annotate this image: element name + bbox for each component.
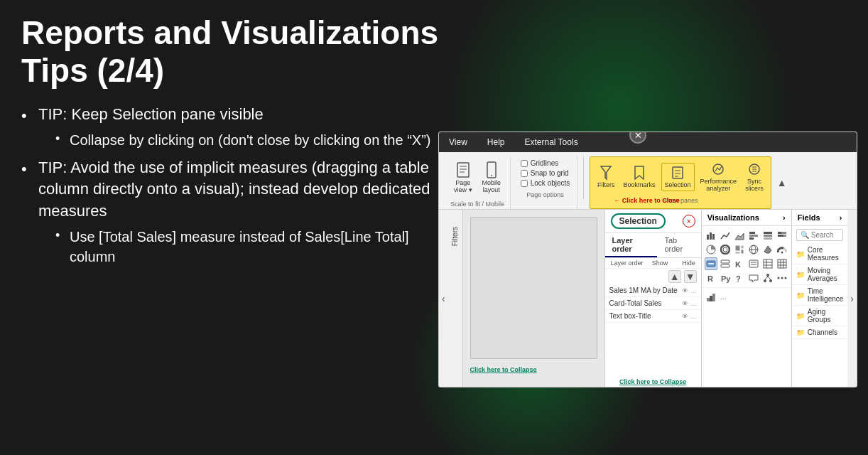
fields-group-moving-averages[interactable]: 📁 Moving Averages bbox=[792, 264, 848, 285]
snap-to-grid-checkbox[interactable]: Snap to grid bbox=[521, 169, 570, 177]
selection-columns-header: Layer order Show Hide bbox=[605, 258, 701, 269]
ribbon-bookmarks-icon[interactable]: Bookmarks bbox=[621, 164, 658, 191]
sub-bullet-1: • Collapse by clicking on (don't close b… bbox=[55, 130, 431, 150]
svg-rect-14 bbox=[710, 232, 712, 240]
viz-kpi-icon[interactable]: K bbox=[733, 257, 746, 270]
lock-objects-checkbox[interactable]: Lock objects bbox=[521, 179, 570, 187]
svg-rect-67 bbox=[710, 296, 712, 301]
viz-card-icon[interactable] bbox=[705, 257, 717, 270]
layer-up-button[interactable]: ▲ bbox=[668, 270, 681, 283]
svg-point-29 bbox=[723, 247, 727, 252]
screenshot-panel: ✕ View Help External Tools Pageview ▾ bbox=[438, 132, 857, 387]
svg-point-5 bbox=[491, 175, 492, 176]
svg-rect-32 bbox=[741, 250, 744, 254]
selection-tab-tab[interactable]: Tab order bbox=[657, 233, 700, 257]
fields-expand-icon[interactable]: › bbox=[840, 213, 842, 222]
viz-donut-icon[interactable] bbox=[719, 243, 732, 256]
selection-item-card-sales[interactable]: Card-Total Sales 👁 … bbox=[605, 297, 701, 310]
ribbon-group-scale: Pageview ▾ Mobilelayout Scale to fit / M… bbox=[445, 156, 511, 209]
svg-marker-6 bbox=[601, 166, 611, 179]
pane-nav-left[interactable]: ‹ bbox=[439, 210, 448, 387]
svg-point-65 bbox=[784, 277, 786, 279]
svg-rect-40 bbox=[721, 260, 729, 263]
viz-matrix-icon[interactable] bbox=[776, 257, 788, 270]
viz-more-icon[interactable] bbox=[776, 272, 788, 284]
viz-pie-icon[interactable] bbox=[705, 243, 717, 256]
svg-rect-19 bbox=[749, 237, 754, 240]
viz-table-icon[interactable] bbox=[761, 257, 774, 270]
click-collapse-label[interactable]: Click here to Collapse bbox=[470, 366, 537, 373]
ribbon-performance-icon[interactable]: Performanceanalyzer bbox=[698, 160, 740, 194]
fields-group-time-intelligence[interactable]: 📁 Time Intelligence bbox=[792, 285, 848, 306]
selection-close-button[interactable]: × bbox=[683, 215, 695, 228]
svg-text:R: R bbox=[707, 274, 713, 283]
viz-decomp-tree-icon[interactable] bbox=[761, 272, 774, 284]
fields-group-channels[interactable]: 📁 Channels bbox=[792, 326, 848, 339]
viz-multi-row-card-icon[interactable] bbox=[719, 257, 732, 270]
tab-external-tools[interactable]: External Tools bbox=[514, 134, 587, 150]
viz-qa-icon[interactable]: ? bbox=[733, 272, 746, 284]
tab-help[interactable]: Help bbox=[477, 134, 515, 150]
viz-filled-map-icon[interactable] bbox=[761, 243, 774, 256]
viz-line-chart-icon[interactable] bbox=[719, 229, 732, 242]
fields-group-core-measures[interactable]: 📁 Core Measures bbox=[792, 244, 848, 264]
ribbon-divider-1 bbox=[583, 156, 584, 199]
selection-pane-title: Selection bbox=[611, 213, 666, 229]
viz-stacked-bar-icon[interactable] bbox=[761, 229, 774, 242]
pane-nav-right[interactable]: › bbox=[847, 210, 857, 387]
viz-map-icon[interactable] bbox=[747, 243, 760, 256]
ribbon-page-view-icon[interactable]: Pageview ▾ bbox=[451, 160, 475, 196]
svg-rect-7 bbox=[673, 167, 683, 178]
selection-pane: Selection ← Click here to Close × Layer … bbox=[605, 210, 702, 387]
viz-treemap-icon[interactable] bbox=[733, 243, 746, 256]
svg-point-11 bbox=[713, 164, 723, 174]
viz-build-icon[interactable] bbox=[705, 291, 717, 304]
svg-rect-41 bbox=[721, 264, 729, 267]
ribbon-scroll-right[interactable]: ▲ bbox=[777, 156, 787, 209]
svg-rect-33 bbox=[735, 252, 740, 254]
viz-bottom-row: … bbox=[702, 287, 791, 306]
folder-icon-core: 📁 bbox=[796, 250, 805, 258]
svg-rect-13 bbox=[707, 235, 709, 240]
tab-view[interactable]: View bbox=[439, 134, 477, 150]
bullet-1: • TIP: Keep Selection pane visible • Col… bbox=[21, 104, 433, 150]
viz-bar-chart-icon[interactable] bbox=[705, 229, 717, 242]
folder-icon-ch: 📁 bbox=[796, 328, 805, 336]
ribbon-selection-icon[interactable]: Selection bbox=[661, 163, 695, 191]
ribbon-filters-icon[interactable]: Filters bbox=[595, 164, 618, 191]
viz-100pct-bar-icon[interactable] bbox=[776, 229, 788, 242]
fields-group-aging-groups[interactable]: 📁 Aging Groups bbox=[792, 306, 848, 326]
gridlines-checkbox[interactable]: Gridlines bbox=[521, 159, 570, 167]
selection-tab-layer[interactable]: Layer order bbox=[605, 233, 658, 257]
selection-item-sales-ma[interactable]: Sales 1M MA by Date 👁 … bbox=[605, 284, 701, 297]
viz-clustered-bar-icon[interactable] bbox=[747, 229, 760, 242]
svg-text:K: K bbox=[735, 260, 741, 269]
fields-search-box[interactable]: 🔍 bbox=[796, 229, 844, 241]
viz-gauge-icon[interactable] bbox=[776, 243, 788, 256]
svg-rect-21 bbox=[764, 235, 772, 237]
viz-area-chart-icon[interactable] bbox=[733, 229, 746, 242]
svg-point-59 bbox=[764, 279, 766, 282]
click-collapse-button[interactable]: Click here to Collapse bbox=[605, 376, 701, 387]
fields-search-input[interactable] bbox=[811, 231, 840, 239]
ribbon-sync-slicers-icon[interactable]: Syncslicers bbox=[742, 160, 766, 194]
svg-point-58 bbox=[766, 274, 769, 277]
fields-pane-header: Fields › bbox=[792, 210, 848, 226]
layer-down-button[interactable]: ▼ bbox=[684, 270, 697, 283]
filter-sidebar: Filters bbox=[448, 210, 463, 387]
svg-point-64 bbox=[781, 277, 783, 279]
click-close-annotation: ← Click here to Close bbox=[614, 197, 680, 204]
svg-rect-24 bbox=[781, 232, 786, 234]
viz-expand-icon[interactable]: › bbox=[783, 213, 786, 222]
pane-area: ‹ Filters Click here to Collapse Selecti… bbox=[439, 210, 857, 387]
svg-rect-30 bbox=[735, 245, 740, 251]
viz-r-visual-icon[interactable]: R bbox=[705, 272, 717, 284]
selection-item-textbox[interactable]: Text box-Title 👁 … bbox=[605, 310, 701, 323]
svg-point-60 bbox=[769, 279, 772, 282]
viz-smart-narrative-icon[interactable] bbox=[747, 272, 760, 284]
sub-bullet-2: • Use [Total Sales] measure instead of S… bbox=[55, 227, 433, 267]
svg-marker-16 bbox=[735, 233, 744, 240]
ribbon-mobile-layout-icon[interactable]: Mobilelayout bbox=[479, 160, 504, 196]
viz-slicer-icon[interactable] bbox=[747, 257, 760, 270]
viz-python-icon[interactable]: Py bbox=[719, 272, 732, 284]
